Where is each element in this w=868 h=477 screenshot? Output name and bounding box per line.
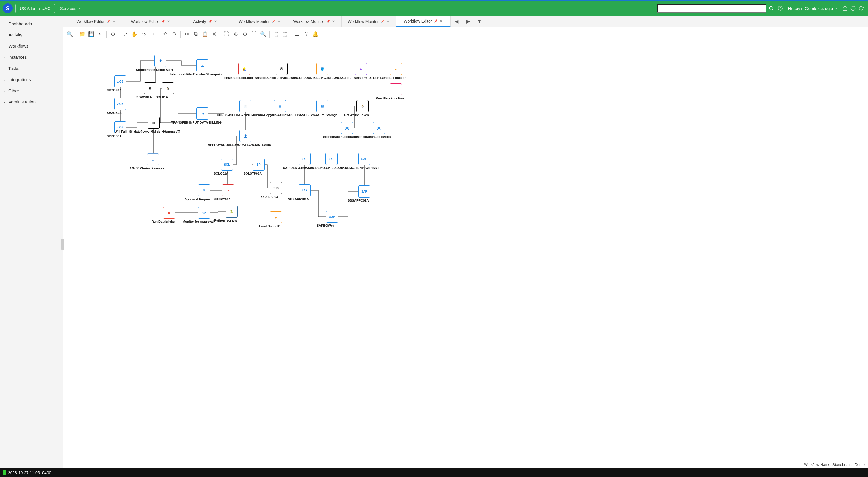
node-label: Run Lambda Function	[373, 76, 406, 79]
tab-0[interactable]: Workflow Editor📌✕	[69, 16, 123, 27]
tab-label: Workflow Editor	[131, 19, 159, 24]
sidebar-item-administration[interactable]: ⌄Administration	[0, 96, 63, 107]
services-menu[interactable]: Services ▼	[60, 6, 81, 11]
pan-icon[interactable]: ✋	[130, 30, 138, 38]
close-icon[interactable]: ✕	[386, 20, 390, 24]
close-icon[interactable]: ✕	[113, 20, 115, 24]
search-input[interactable]	[657, 4, 766, 12]
view-icon[interactable]: 🖵	[293, 30, 301, 38]
zoom-out-icon[interactable]: ⊖	[241, 30, 249, 38]
delete-icon[interactable]: ✕	[210, 30, 218, 38]
svg-point-2	[780, 8, 781, 9]
tab-menu[interactable]: ▼	[474, 16, 485, 27]
node-label: APPROVAL -BILL-WORKFLOW-MSTEAMS	[208, 143, 271, 146]
user-menu[interactable]: Huseyin Gomleksizoglu ▼	[788, 6, 838, 11]
info-icon[interactable]	[849, 4, 857, 12]
search-icon	[769, 6, 774, 11]
node-label: AWS Glue - Transform Data	[334, 76, 375, 79]
close-icon[interactable]: ✕	[214, 20, 217, 24]
sidebar: DashboardsActivityWorkflows⌄Instances⌄Ta…	[0, 16, 63, 468]
tab-6[interactable]: Workflow Editor📌✕	[396, 16, 451, 27]
pin-icon[interactable]: 📌	[327, 20, 330, 23]
open-icon[interactable]: 📁	[78, 30, 86, 38]
node-label: jenkins-get-job-info	[224, 76, 253, 79]
node-icon-sap: SAP	[326, 211, 338, 223]
chevron-down-icon: ⌄	[3, 67, 6, 70]
settings-icon[interactable]	[776, 4, 784, 12]
sidebar-item-instances[interactable]: ⌄Instances	[0, 52, 63, 63]
pin-icon[interactable]: 📌	[272, 20, 275, 23]
svg-point-0	[770, 6, 773, 9]
paste-icon[interactable]: 📋	[200, 30, 209, 38]
redo-arrow-icon[interactable]: ↪	[139, 30, 148, 38]
tab-4[interactable]: Workflow Monitor📌✕	[287, 16, 342, 27]
tab-5[interactable]: Workflow Monitor📌✕	[342, 16, 396, 27]
help-icon[interactable]: ?	[302, 30, 311, 38]
node-icon-ssis: ✶	[222, 184, 234, 196]
sidebar-item-label: Administration	[8, 99, 36, 104]
sidebar-resize-handle[interactable]	[61, 238, 64, 250]
node-icon-mail-eye: 👁	[198, 207, 210, 219]
tab-next[interactable]: ▶	[462, 16, 474, 27]
layout1-icon[interactable]: ⬚	[271, 30, 280, 38]
node-label: Ansible-Check-service-start	[255, 76, 297, 79]
toolbar-separator	[106, 31, 107, 38]
close-icon[interactable]: ✕	[278, 20, 280, 24]
node-icon-sap: SAP	[299, 153, 311, 165]
node-icon-python: 🐍	[226, 206, 238, 217]
sidebar-item-other[interactable]: ⌄Other	[0, 85, 63, 96]
node-icon-sap: SAP	[358, 153, 370, 165]
tab-2[interactable]: Activity📌✕	[178, 16, 232, 27]
node-label: SSISPS02A	[261, 195, 278, 199]
home-icon[interactable]	[841, 4, 849, 12]
tab-1[interactable]: Workflow Editor📌✕	[123, 16, 178, 27]
launch-icon[interactable]: ↗	[121, 30, 129, 38]
search-button[interactable]	[766, 4, 776, 12]
redo-icon[interactable]: ↷	[170, 30, 179, 38]
workflow-canvas[interactable]: Workflow Name: Stonebranch Demo 👤Stonebr…	[63, 41, 868, 468]
fullscreen-icon[interactable]: ⛶	[250, 30, 258, 38]
copy-icon[interactable]: ⧉	[191, 30, 200, 38]
node-icon-logicapps: {⚙}	[341, 122, 353, 134]
tab-prev[interactable]: ◀	[451, 16, 462, 27]
undo-icon[interactable]: ↶	[161, 30, 169, 38]
pin-icon[interactable]: 📌	[434, 20, 437, 23]
sidebar-item-workflows[interactable]: Workflows	[0, 40, 63, 52]
sidebar-item-integrations[interactable]: ⌄Integrations	[0, 74, 63, 85]
close-icon[interactable]: ✕	[440, 19, 443, 23]
find-icon[interactable]: 🔍	[65, 30, 74, 38]
layout2-icon[interactable]: ⬚	[280, 30, 289, 38]
pin-icon[interactable]: 📌	[208, 20, 212, 23]
arrow-icon[interactable]: →	[148, 30, 157, 38]
sidebar-item-activity[interactable]: Activity	[0, 29, 63, 40]
close-icon[interactable]: ✕	[167, 20, 170, 24]
sidebar-item-tasks[interactable]: ⌄Tasks	[0, 63, 63, 74]
pin-icon[interactable]: 📌	[107, 20, 110, 23]
node-label: Approval Request	[185, 198, 212, 201]
save-icon[interactable]: 💾	[87, 30, 96, 38]
node-icon-sqlssis: SSIS	[270, 182, 282, 194]
node-label: SBZOS3A	[107, 134, 122, 138]
node-label: SBZOS1A	[107, 89, 122, 92]
add-icon[interactable]: ⊕	[108, 30, 117, 38]
tab-label: Workflow Editor	[76, 19, 105, 24]
bell-icon[interactable]: 🔔	[311, 30, 320, 38]
refresh-icon[interactable]	[857, 4, 865, 12]
node-label: Get Azure Token	[344, 113, 369, 117]
node-label: Stonebranch Demo Start	[136, 68, 173, 71]
zoom-in-icon[interactable]: ⊕	[231, 30, 240, 38]
pin-icon[interactable]: 📌	[381, 20, 384, 23]
sidebar-item-dashboards[interactable]: Dashboards	[0, 18, 63, 29]
zoom-icon[interactable]: 🔍	[259, 30, 268, 38]
tab-3[interactable]: Workflow Monitor📌✕	[232, 16, 287, 27]
print-icon[interactable]: 🖨	[96, 30, 105, 38]
status-timestamp: 2023-10-27 11:05 -0400	[8, 470, 51, 475]
node-icon-cloud: ☁	[196, 59, 208, 71]
close-icon[interactable]: ✕	[332, 20, 335, 24]
environment-button[interactable]: US Atlanta UAC	[16, 4, 55, 13]
cut-icon[interactable]: ✂	[182, 30, 191, 38]
pin-icon[interactable]: 📌	[161, 20, 165, 23]
sidebar-item-label: Integrations	[8, 77, 31, 82]
node-label: Load Data - IC	[259, 225, 280, 228]
zoom-fit-icon[interactable]: ⛶	[222, 30, 231, 38]
